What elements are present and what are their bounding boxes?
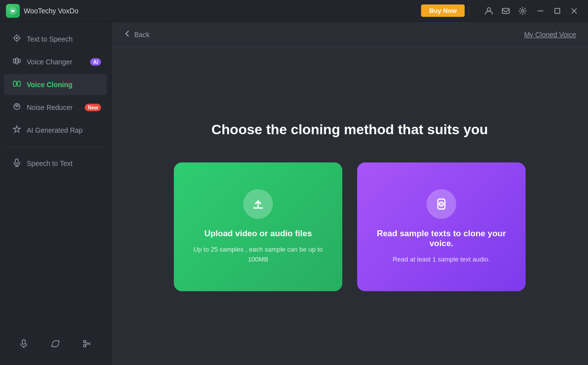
voice-changer-label: Voice Changer (27, 58, 72, 66)
app-logo: WooTechy VoxDo (6, 4, 78, 18)
svg-rect-17 (15, 159, 18, 163)
svg-rect-10 (13, 59, 15, 63)
back-label: Back (134, 31, 150, 39)
speech-to-text-label: Speech to Text (27, 159, 72, 167)
app-title: WooTechy VoxDo (24, 7, 78, 15)
read-card[interactable]: Read sample texts to clone your voice. R… (357, 162, 526, 291)
svg-point-26 (441, 203, 442, 205)
sidebar-item-noise-reducer[interactable]: Noise Reducer New (4, 97, 107, 118)
new-badge: New (85, 104, 101, 111)
content-topbar: Back My Cloned Voice (111, 22, 588, 48)
sidebar: Text to Speech Voice Changer AI (0, 22, 111, 365)
svg-rect-11 (16, 58, 18, 64)
upload-card-title: Upload video or audio files (204, 229, 312, 239)
settings-icon[interactable] (515, 3, 531, 19)
text-to-speech-label: Text to Speech (27, 35, 73, 43)
svg-rect-12 (18, 59, 20, 62)
sidebar-divider (6, 147, 105, 147)
speech-to-text-icon (12, 158, 22, 169)
titlebar-separator (469, 6, 469, 16)
titlebar-actions (481, 3, 531, 19)
close-button[interactable] (566, 3, 582, 19)
main-area: Text to Speech Voice Changer AI (0, 22, 588, 365)
voice-cloning-label: Voice Cloning (27, 81, 72, 89)
sidebar-item-ai-generated-rap[interactable]: AI Generated Rap (4, 120, 107, 141)
buy-now-button[interactable]: Buy Now (421, 4, 465, 17)
content-area: Back My Cloned Voice Choose the cloning … (111, 22, 588, 365)
svg-point-3 (522, 9, 524, 12)
upload-icon (243, 189, 273, 219)
svg-rect-20 (22, 340, 25, 344)
svg-point-9 (16, 37, 18, 39)
sidebar-item-speech-to-text[interactable]: Speech to Text (4, 153, 107, 174)
cloning-method-cards: Upload video or audio files Up to 25 sam… (174, 162, 526, 291)
svg-rect-14 (17, 81, 20, 86)
upload-card[interactable]: Upload video or audio files Up to 25 sam… (174, 162, 342, 291)
voice-cloning-icon (12, 79, 22, 90)
svg-point-1 (487, 7, 491, 11)
read-card-title: Read sample texts to clone your voice. (369, 229, 514, 249)
logo-icon (6, 4, 20, 18)
voice-changer-icon (12, 56, 22, 67)
sidebar-item-text-to-speech[interactable]: Text to Speech (4, 29, 107, 50)
svg-rect-2 (502, 8, 509, 13)
upload-card-desc: Up to 25 samples , each sample can be up… (186, 245, 330, 264)
scissors-bottom-icon[interactable] (79, 336, 95, 354)
ai-rap-label: AI Generated Rap (27, 126, 83, 134)
svg-point-16 (16, 106, 18, 107)
content-main: Choose the cloning method that suits you… (111, 48, 588, 365)
noise-reducer-label: Noise Reducer (27, 104, 73, 111)
my-cloned-voice-link[interactable]: My Cloned Voice (524, 31, 576, 39)
page-title: Choose the cloning method that suits you (212, 122, 488, 138)
minimize-button[interactable] (533, 3, 548, 19)
titlebar: WooTechy VoxDo Buy Now (0, 0, 588, 22)
noise-reducer-icon (12, 102, 22, 113)
window-controls (533, 3, 582, 19)
text-to-speech-icon (12, 34, 22, 45)
sidebar-item-voice-cloning[interactable]: Voice Cloning (4, 74, 107, 95)
back-button[interactable]: Back (123, 30, 150, 40)
svg-rect-5 (555, 8, 560, 13)
ai-badge: AI (90, 58, 101, 66)
sidebar-bottom (0, 331, 111, 359)
read-card-desc: Read at least 1 sample text audio. (393, 255, 490, 264)
account-icon[interactable] (481, 3, 497, 19)
loop-bottom-icon[interactable] (48, 336, 63, 354)
microphone-bottom-icon[interactable] (16, 336, 32, 354)
back-chevron-icon (123, 30, 131, 40)
sidebar-item-voice-changer[interactable]: Voice Changer AI (4, 52, 107, 72)
read-icon (427, 189, 456, 219)
svg-rect-13 (13, 81, 16, 86)
ai-rap-icon (12, 125, 22, 136)
maximize-button[interactable] (549, 3, 565, 19)
mail-icon[interactable] (498, 3, 514, 19)
